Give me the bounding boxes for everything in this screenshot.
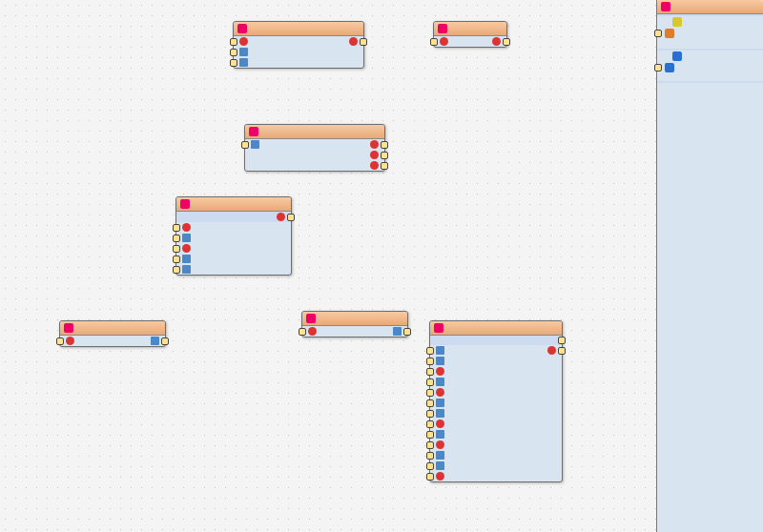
port-in[interactable]: [426, 389, 434, 397]
node-sine[interactable]: [233, 21, 364, 69]
port-out[interactable]: [287, 214, 295, 221]
i2c-icon: [672, 51, 682, 61]
port-out[interactable]: [381, 152, 388, 159]
port-out[interactable]: [381, 141, 388, 149]
arduino-icon: [661, 2, 670, 11]
port-in[interactable]: [173, 235, 180, 242]
port-in[interactable]: [426, 399, 434, 407]
node-icon: [64, 323, 73, 333]
node-compare2[interactable]: [59, 320, 166, 347]
node-icon: [249, 127, 258, 136]
port-out[interactable]: [161, 338, 169, 345]
node-icon: [180, 199, 190, 209]
node-arduino[interactable]: [656, 0, 763, 532]
port-in[interactable]: [426, 462, 434, 470]
port-in[interactable]: [173, 224, 180, 232]
port-in[interactable]: [430, 38, 438, 46]
port-in[interactable]: [426, 431, 434, 439]
port-in[interactable]: [299, 328, 306, 336]
node-icon: [434, 323, 443, 333]
port-out[interactable]: [360, 38, 367, 46]
port-out[interactable]: [558, 337, 566, 344]
port-in[interactable]: [173, 256, 180, 263]
node-icon: [438, 24, 447, 33]
port-out[interactable]: [503, 38, 510, 46]
port-out[interactable]: [558, 347, 566, 355]
canvas-grid[interactable]: [0, 0, 763, 532]
node-compare1[interactable]: [301, 311, 408, 338]
port-in[interactable]: [426, 347, 434, 355]
port-in[interactable]: [230, 49, 237, 56]
port-in[interactable]: [654, 64, 662, 72]
port-in[interactable]: [426, 379, 434, 386]
port-in[interactable]: [426, 452, 434, 460]
port-out[interactable]: [381, 162, 388, 170]
port-in[interactable]: [654, 30, 662, 37]
port-in[interactable]: [426, 368, 434, 376]
port-in[interactable]: [426, 420, 434, 428]
port-in[interactable]: [426, 441, 434, 449]
port-in[interactable]: [173, 266, 180, 274]
port-in[interactable]: [426, 358, 434, 365]
port-in[interactable]: [241, 141, 249, 149]
port-in[interactable]: [426, 473, 434, 481]
node-analogvalue[interactable]: [175, 196, 292, 276]
serial-icon: [672, 17, 682, 27]
node-servo[interactable]: [433, 21, 507, 48]
port-out[interactable]: [403, 328, 411, 336]
port-in[interactable]: [230, 59, 237, 67]
node-oled[interactable]: [429, 320, 563, 482]
port-in[interactable]: [56, 338, 64, 345]
node-humidity[interactable]: [244, 124, 385, 172]
port-in[interactable]: [426, 410, 434, 418]
node-icon: [237, 24, 247, 33]
port-in[interactable]: [230, 38, 237, 46]
port-in[interactable]: [173, 245, 180, 253]
node-icon: [306, 314, 316, 323]
